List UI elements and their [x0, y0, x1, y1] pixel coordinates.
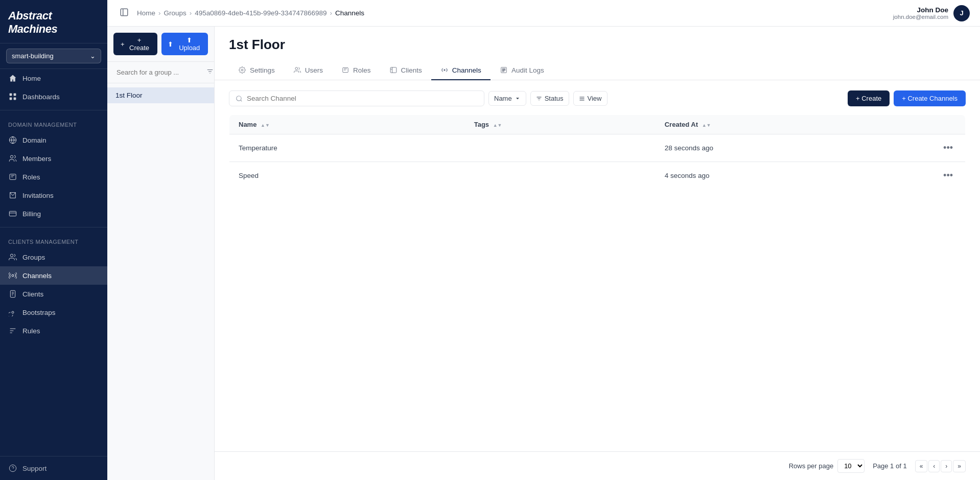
- channel-search-input[interactable]: [247, 95, 478, 102]
- nav-groups[interactable]: Groups: [0, 248, 107, 266]
- topbar: Home › Groups › 495a0869-4deb-415b-99e9-…: [107, 0, 980, 27]
- breadcrumb-group-id[interactable]: 495a0869-4deb-415b-99e9-334747866989: [195, 9, 326, 17]
- svg-point-8: [10, 254, 13, 257]
- nav-channels[interactable]: Channels: [0, 266, 107, 285]
- nav-invitations[interactable]: Invitations: [0, 186, 107, 204]
- svg-point-11: [12, 311, 14, 313]
- cell-created-at: 4 seconds ago: [656, 162, 931, 190]
- svg-rect-7: [9, 211, 16, 216]
- view-icon: [579, 96, 585, 102]
- invitations-icon: [8, 191, 17, 200]
- svg-rect-20: [501, 67, 507, 73]
- tab-channels[interactable]: Channels: [431, 61, 491, 80]
- tab-clients[interactable]: Clients: [380, 61, 431, 80]
- create-channels-button[interactable]: + Create Channels: [894, 90, 966, 106]
- pagination-bar: Rows per page 10 25 50 Page 1 of 1 « ‹ ›…: [215, 451, 980, 480]
- name-sort: ▲▼: [261, 123, 270, 128]
- breadcrumb: Home › Groups › 495a0869-4deb-415b-99e9-…: [137, 9, 364, 17]
- svg-point-21: [237, 96, 241, 100]
- main-area: Home › Groups › 495a0869-4deb-415b-99e9-…: [107, 0, 980, 480]
- cell-actions: •••: [931, 134, 965, 162]
- create-channel-button[interactable]: + Create: [848, 90, 890, 106]
- nav-rules[interactable]: Rules: [0, 322, 107, 340]
- svg-point-12: [9, 465, 16, 471]
- status-filter-button[interactable]: Status: [530, 91, 569, 106]
- group-search-input[interactable]: [116, 68, 202, 76]
- last-page-button[interactable]: »: [953, 460, 966, 472]
- table-row: Temperature 28 seconds ago •••: [229, 134, 966, 162]
- sidebar-toggle-button[interactable]: [118, 6, 131, 20]
- svg-rect-13: [121, 9, 128, 16]
- rows-per-page: Rows per page 10 25 50: [789, 459, 865, 473]
- table-area: Name Status View: [215, 80, 980, 451]
- user-avatar[interactable]: J: [953, 5, 970, 21]
- workspace-selector[interactable]: smart-building ⌄: [0, 43, 107, 69]
- clients-section-label: Clients Management: [0, 232, 107, 248]
- nav-billing[interactable]: Billing: [0, 204, 107, 223]
- col-name[interactable]: Name ▲▼: [229, 115, 465, 134]
- nav-clients[interactable]: Clients: [0, 285, 107, 303]
- channels-icon: [8, 271, 17, 280]
- dashboards-icon: [8, 92, 17, 101]
- tags-sort: ▲▼: [493, 123, 502, 128]
- breadcrumb-sep-3: ›: [330, 9, 333, 17]
- cell-tags: [465, 134, 656, 162]
- table-row: Speed 4 seconds ago •••: [229, 162, 966, 190]
- next-page-button[interactable]: ›: [941, 460, 952, 472]
- nav-home[interactable]: Home: [0, 69, 107, 87]
- filter-button[interactable]: [205, 67, 215, 78]
- nav-domain[interactable]: Domain: [0, 131, 107, 149]
- cell-tags: [465, 162, 656, 190]
- view-button[interactable]: View: [573, 91, 608, 106]
- tab-roles[interactable]: Roles: [332, 61, 380, 80]
- nav-members[interactable]: Members: [0, 149, 107, 168]
- tab-audit-logs[interactable]: Audit Logs: [491, 61, 553, 80]
- channel-search-wrap: [229, 90, 484, 106]
- prev-page-button[interactable]: ‹: [928, 460, 940, 472]
- support-icon: [8, 464, 17, 473]
- pagination-nav: « ‹ › »: [915, 460, 966, 472]
- tab-users[interactable]: Users: [284, 61, 332, 80]
- upload-icon: ⬆: [168, 40, 173, 48]
- col-tags[interactable]: Tags ▲▼: [465, 115, 656, 134]
- name-filter-dropdown[interactable]: Name: [488, 91, 526, 106]
- breadcrumb-groups[interactable]: Groups: [164, 9, 186, 17]
- roles-tab-icon: [341, 66, 349, 74]
- svg-point-5: [10, 155, 13, 158]
- row-actions-button[interactable]: •••: [940, 142, 956, 154]
- groups-icon: [8, 253, 17, 262]
- group-list: 1st Floor: [107, 83, 214, 107]
- breadcrumb-sep-2: ›: [190, 9, 192, 17]
- rows-per-page-select[interactable]: 10 25 50: [837, 459, 865, 473]
- billing-icon: [8, 209, 17, 218]
- breadcrumb-home[interactable]: Home: [137, 9, 155, 17]
- clients-tab-icon: [389, 66, 398, 74]
- breadcrumb-sep-1: ›: [158, 9, 161, 17]
- first-page-button[interactable]: «: [915, 460, 928, 472]
- col-created-at[interactable]: Created At ▲▼: [656, 115, 931, 134]
- users-tab-icon: [293, 66, 301, 74]
- upload-button[interactable]: ⬆ ⬆ Upload: [161, 33, 208, 55]
- created-at-sort: ▲▼: [702, 123, 711, 128]
- audit-tab-icon: [500, 66, 508, 74]
- svg-rect-18: [390, 67, 396, 73]
- channel-search-icon: [236, 95, 243, 102]
- app-logo: Abstract Machines: [0, 0, 107, 43]
- nav-dashboards[interactable]: Dashboards: [0, 87, 107, 106]
- channels-table: Name ▲▼ Tags ▲▼ Created At ▲▼: [229, 115, 966, 190]
- tab-settings[interactable]: Settings: [229, 61, 284, 80]
- settings-tab-icon: [238, 66, 246, 74]
- row-actions-button[interactable]: •••: [940, 169, 956, 182]
- svg-point-19: [444, 70, 445, 71]
- breadcrumb-current: Channels: [335, 9, 364, 17]
- nav-bootstraps[interactable]: Bootstraps: [0, 303, 107, 322]
- nav-roles[interactable]: Roles: [0, 168, 107, 186]
- filter-icon: [536, 96, 542, 102]
- filter-controls: Name Status View: [488, 91, 608, 106]
- list-item[interactable]: 1st Floor: [107, 87, 214, 103]
- support-link[interactable]: Support: [0, 456, 107, 480]
- create-button[interactable]: + + Create: [113, 33, 157, 55]
- right-panel: 1st Floor Settings Users: [215, 27, 980, 480]
- workspace-dropdown[interactable]: smart-building ⌄: [6, 49, 101, 63]
- cell-name: Speed: [229, 162, 465, 190]
